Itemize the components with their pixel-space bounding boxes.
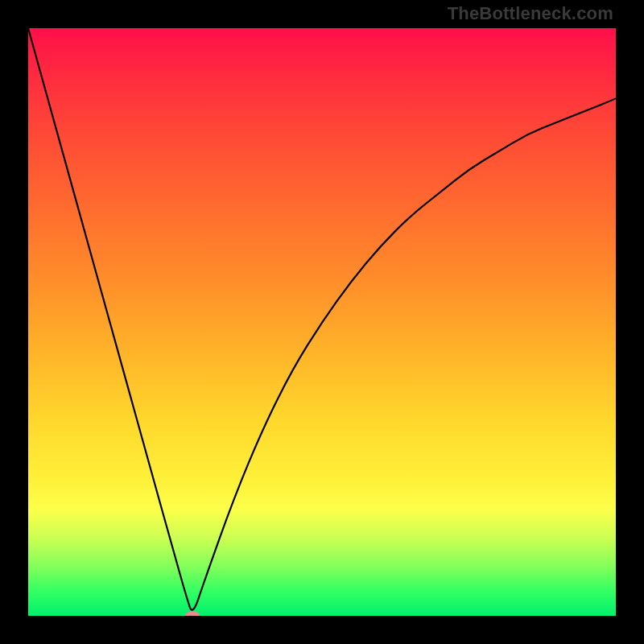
bottleneck-curve xyxy=(28,28,616,616)
chart-frame: TheBottleneck.com xyxy=(0,0,644,644)
plot-area xyxy=(28,28,616,616)
watermark-text: TheBottleneck.com xyxy=(448,3,613,24)
optimum-marker xyxy=(185,611,200,616)
